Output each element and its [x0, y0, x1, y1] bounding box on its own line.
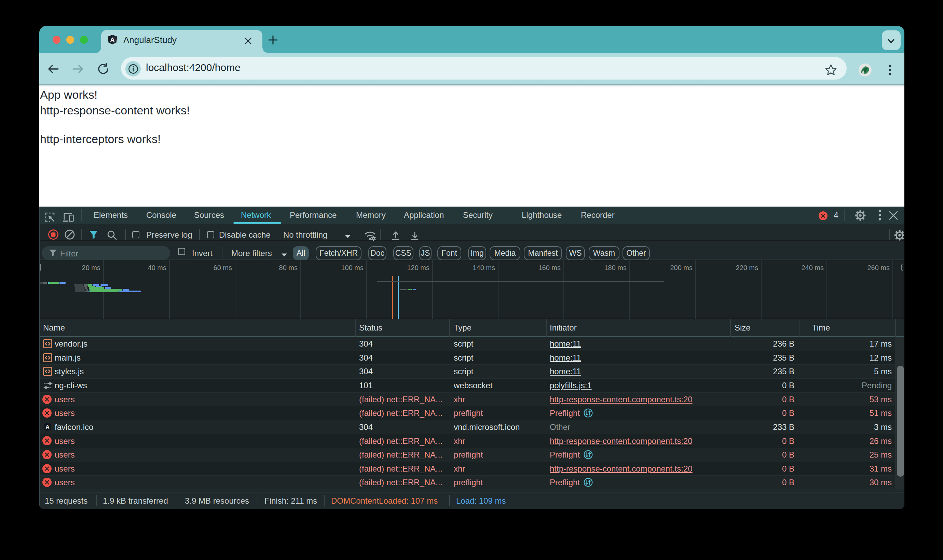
svg-text:A: A [110, 36, 114, 43]
svg-text:A: A [45, 424, 49, 430]
